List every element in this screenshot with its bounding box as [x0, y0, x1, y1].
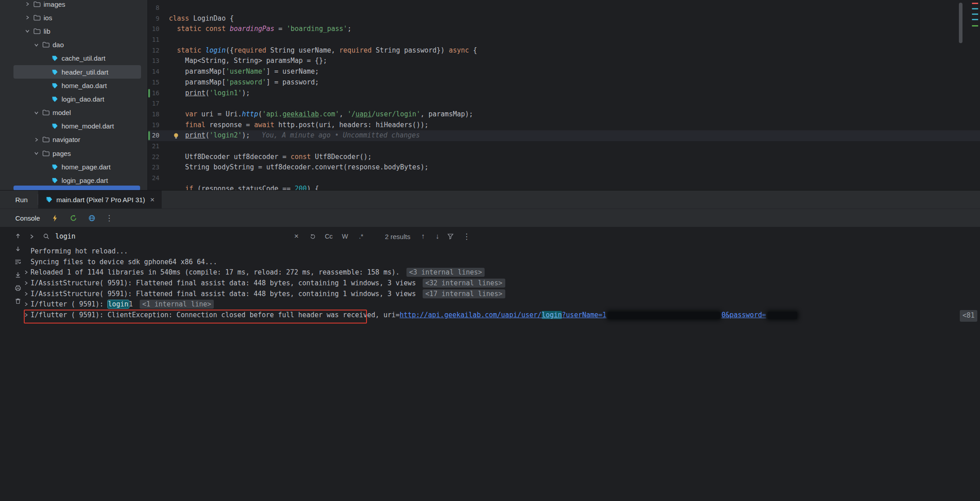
tree-item-label: home_page.dart	[62, 163, 110, 171]
folded-lines-badge[interactable]: <3 internal lines>	[406, 268, 485, 277]
console-panel: login × Cc W .* 2 results ↑ ↓ ⋮ Performi…	[0, 227, 980, 501]
tree-item-file-cache_util-dart[interactable]: cache_util.dart	[13, 52, 141, 65]
code-line[interactable]: 13 Map<String, String> paramsMap = {};	[148, 56, 980, 67]
console-tab-label[interactable]: Console	[15, 214, 40, 222]
code-line[interactable]: 21	[148, 141, 980, 152]
tree-item-folder-images[interactable]: images	[13, 0, 141, 11]
tree-item-file-home_page-dart[interactable]: home_page.dart	[13, 160, 141, 173]
search-options-kebab-icon[interactable]: ⋮	[462, 231, 472, 242]
fold-expand-icon[interactable]	[23, 280, 29, 286]
console-link[interactable]: ?userName=1	[562, 311, 606, 319]
console-link[interactable]: http://api.geekailab.com/uapi/user/	[400, 311, 542, 319]
code-line[interactable]: 24	[148, 173, 980, 184]
ide-window: imagesioslibdaocache_util.dartheader_uti…	[0, 0, 980, 501]
fold-expand-icon[interactable]	[23, 270, 29, 275]
match-case-button[interactable]: Cc	[324, 231, 334, 242]
code-token	[169, 25, 177, 33]
expand-chevron-icon[interactable]	[29, 234, 35, 239]
code-token: /user/login'	[372, 110, 420, 118]
fold-expand-icon[interactable]	[23, 312, 29, 318]
regex-button[interactable]: .*	[356, 231, 366, 242]
filter-icon[interactable]	[446, 231, 455, 242]
search-match-in-link[interactable]: login	[542, 311, 562, 319]
code-line[interactable]: 11	[148, 35, 980, 45]
code-line[interactable]: 12 static login({required String userNam…	[148, 45, 980, 56]
code-token: response =	[205, 121, 254, 129]
tree-item-folder-model[interactable]: model	[13, 106, 141, 120]
search-query[interactable]: login	[55, 232, 75, 240]
line-number: 12	[148, 45, 159, 56]
tree-item-label: ios	[44, 14, 52, 22]
code-line[interactable]: 8	[148, 3, 980, 13]
code-token: 'password'	[225, 78, 266, 86]
console-text: I/flutter ( 9591): ClientException: Conn…	[31, 311, 400, 319]
console-link[interactable]: 0&password=	[721, 311, 766, 319]
tree-item-folder-lib[interactable]: lib	[13, 24, 141, 38]
tree-item-folder-dao[interactable]: dao	[13, 38, 141, 52]
tree-item-file-header_util-dart[interactable]: header_util.dart	[13, 65, 141, 79]
code-line[interactable]: 17	[148, 98, 980, 109]
search-input[interactable]: login	[43, 232, 285, 240]
tree-item-folder-ios[interactable]: ios	[13, 11, 141, 24]
clipped-folded-badge[interactable]: <81	[960, 310, 977, 322]
chevron-icon[interactable]	[24, 28, 31, 34]
clear-search-icon[interactable]: ×	[291, 231, 301, 242]
run-tab-bar: Run main.dart (Pixel 7 Pro API 31) ×	[0, 191, 980, 209]
tree-item-file-home_dao-dart[interactable]: home_dao.dart	[13, 79, 141, 92]
code-line[interactable]: 18 var uri = Uri.http('api.geekailab.com…	[148, 109, 980, 120]
kebab-menu-icon[interactable]: ⋮	[105, 213, 114, 223]
tree-item-file-login_dao-dart[interactable]: login_dao.dart	[13, 92, 141, 106]
tree-item-folder-pages[interactable]: pages	[13, 146, 141, 160]
chevron-icon[interactable]	[33, 137, 40, 142]
code-token	[169, 89, 185, 97]
search-history-icon[interactable]	[308, 231, 318, 242]
chevron-icon[interactable]	[33, 151, 40, 156]
tree-item-label: model	[53, 109, 71, 116]
tree-partial-selected-row[interactable]	[13, 186, 140, 190]
tree-item-label: login_page.dart	[62, 177, 108, 184]
code-line[interactable]: 16 print('login1');	[148, 88, 980, 99]
code-line[interactable]: if (response.statusCode == 200) {	[148, 184, 980, 190]
fold-expand-icon[interactable]	[23, 291, 29, 297]
code-line[interactable]: 15 paramsMap['password'] = password;	[148, 77, 980, 88]
vcs-change-marker	[148, 89, 150, 98]
code-token: required	[339, 46, 371, 54]
code-token: paramsMap[	[169, 67, 225, 75]
code-line[interactable]: 10 static const boardingPas = 'boarding_…	[148, 24, 980, 35]
code-text: static login({required String userName, …	[169, 46, 477, 54]
devtools-globe-icon[interactable]	[86, 213, 97, 223]
next-occurrence-button[interactable]: ↓	[436, 232, 439, 240]
code-line[interactable]: 22 Utf8Decoder utf8decoder = const Utf8D…	[148, 152, 980, 163]
dart-file-icon	[51, 96, 59, 102]
code-line[interactable]: 20 print('login2');You, A minute ago • U…	[148, 130, 980, 141]
fold-expand-icon[interactable]	[23, 301, 29, 307]
chevron-icon[interactable]	[33, 110, 40, 115]
code-token: 'login1'	[209, 89, 242, 97]
folded-lines-badge[interactable]: <17 internal lines>	[423, 289, 505, 298]
scroll-up-icon[interactable]	[13, 231, 23, 241]
code-text: final response = await http.post(uri, he…	[169, 121, 428, 129]
tree-item-folder-navigator[interactable]: navigator	[13, 133, 141, 146]
run-tab-main-dart[interactable]: main.dart (Pixel 7 Pro API 31) ×	[38, 191, 162, 208]
close-icon[interactable]: ×	[150, 196, 155, 204]
folded-lines-badge[interactable]: <32 internal lines>	[423, 279, 505, 288]
tree-item-file-home_model-dart[interactable]: home_model.dart	[13, 120, 141, 133]
console-line: Reloaded 1 of 1144 libraries in 540ms (c…	[0, 267, 980, 278]
code-line[interactable]: 14 paramsMap['userName'] = userName;	[148, 67, 980, 77]
chevron-icon[interactable]	[24, 1, 31, 7]
hot-restart-icon[interactable]	[68, 213, 79, 223]
code-line[interactable]: 9class LoginDao {	[148, 13, 980, 24]
run-tab-label: main.dart (Pixel 7 Pro API 31)	[57, 196, 146, 204]
editor-panel[interactable]: 89class LoginDao {10 static const boardi…	[148, 0, 980, 190]
chevron-icon[interactable]	[33, 42, 40, 48]
code-token: print	[185, 131, 205, 139]
editor-scrollbar[interactable]	[959, 3, 962, 43]
hot-reload-bolt-icon[interactable]	[49, 213, 60, 223]
code-line[interactable]: 19 final response = await http.post(uri,…	[148, 120, 980, 131]
code-line[interactable]: 23 String bodyString = utf8decoder.conve…	[148, 162, 980, 173]
prev-occurrence-button[interactable]: ↑	[421, 232, 425, 240]
folded-lines-badge[interactable]: <1 internal line>	[140, 300, 214, 309]
whole-words-button[interactable]: W	[340, 231, 350, 242]
chevron-icon[interactable]	[24, 15, 31, 20]
code-token: static	[177, 46, 205, 54]
